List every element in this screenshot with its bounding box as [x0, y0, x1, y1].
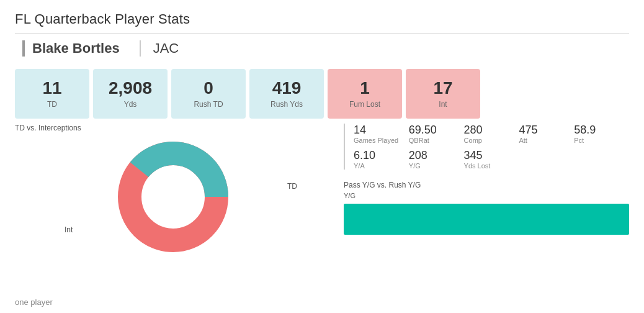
stat-card-int: 17 Int: [406, 69, 480, 119]
page-title: FL Quarterback Player Stats: [15, 11, 629, 27]
stat-value: 14: [354, 124, 409, 137]
bar-chart-section: Pass Y/G vs. Rush Y/G Y/G: [344, 181, 629, 238]
stat-label: QBRat: [409, 137, 464, 144]
stat-value: 6.10: [354, 149, 409, 162]
donut-chart-svg: [111, 135, 235, 259]
right-panel: 14 Games Played 69.50 QBRat 280 Comp 475…: [331, 124, 629, 313]
stat-value: 58.9: [574, 124, 629, 137]
donut-chart-title: TD vs. Interceptions: [15, 124, 331, 132]
bar-y-label: Y/G: [344, 192, 629, 199]
stat-label: Y/G: [409, 162, 464, 170]
td-label: TD: [287, 182, 297, 191]
stat-card-value: 1: [360, 79, 370, 98]
stat-cell-yds-lost: 345 Yds Lost: [464, 149, 519, 170]
stat-card-label: Rush Yds: [271, 100, 303, 109]
stat-label: Comp: [464, 137, 519, 144]
one-player-note: one player: [15, 297, 53, 307]
stat-card-fum-lost: 1 Fum Lost: [328, 69, 402, 119]
stat-value: 69.50: [409, 124, 464, 137]
stat-card-td: 11 TD: [15, 69, 89, 119]
stat-label: Y/A: [354, 162, 409, 170]
stat-card-value: 2,908: [109, 79, 152, 98]
stat-cards: 11 TD 2,908 Yds 0 Rush TD 419 Rush Yds 1…: [15, 69, 629, 119]
left-panel: TD vs. Interceptions Int TD one player: [15, 124, 331, 313]
stat-card-label: Yds: [124, 100, 137, 109]
stat-cell-pct: 58.9 Pct: [574, 124, 629, 144]
donut-area: Int TD: [15, 135, 331, 259]
bar-row: [344, 201, 629, 238]
stat-card-rush-yds: 419 Rush Yds: [249, 69, 324, 119]
stat-label: Yds Lost: [464, 162, 519, 170]
bar-chart-container: Y/G: [344, 192, 629, 238]
stat-card-value: 17: [433, 79, 452, 98]
stat-cell-comp: 280 Comp: [464, 124, 519, 144]
main-content: TD vs. Interceptions Int TD one player 1…: [15, 124, 629, 313]
stat-label: Pct: [574, 137, 629, 144]
stat-cell-y/a: 6.10 Y/A: [354, 149, 409, 170]
svg-point-2: [142, 166, 204, 228]
stat-cell-y/g: 208 Y/G: [409, 149, 464, 170]
stat-card-value: 11: [42, 79, 61, 98]
stat-card-label: Fum Lost: [349, 100, 380, 109]
stat-card-value: 419: [272, 79, 302, 98]
stat-card-label: TD: [47, 100, 57, 109]
stats-grid: 14 Games Played 69.50 QBRat 280 Comp 475…: [344, 124, 629, 170]
stat-cell-att: 475 Att: [519, 124, 574, 144]
team-name: JAC: [140, 40, 179, 57]
stat-label: Att: [519, 137, 574, 144]
bar-chart-title: Pass Y/G vs. Rush Y/G: [344, 181, 629, 189]
stat-value: 208: [409, 149, 464, 162]
stat-card-yds: 2,908 Yds: [93, 69, 168, 119]
header-row: Blake Bortles JAC: [15, 34, 629, 63]
stat-card-label: Rush TD: [194, 100, 223, 109]
stat-value: 475: [519, 124, 574, 137]
stat-label: Games Played: [354, 137, 409, 144]
player-name: Blake Bortles: [22, 40, 120, 57]
stat-card-value: 0: [203, 79, 213, 98]
stat-cell-qbrat: 69.50 QBRat: [409, 124, 464, 144]
stat-card-rush-td: 0 Rush TD: [171, 69, 246, 119]
stat-value: 280: [464, 124, 519, 137]
bar-fill: [344, 204, 629, 235]
stat-value: 345: [464, 149, 519, 162]
stat-card-label: Int: [439, 100, 447, 109]
int-label: Int: [65, 225, 73, 234]
stat-cell-games-played: 14 Games Played: [354, 124, 409, 144]
